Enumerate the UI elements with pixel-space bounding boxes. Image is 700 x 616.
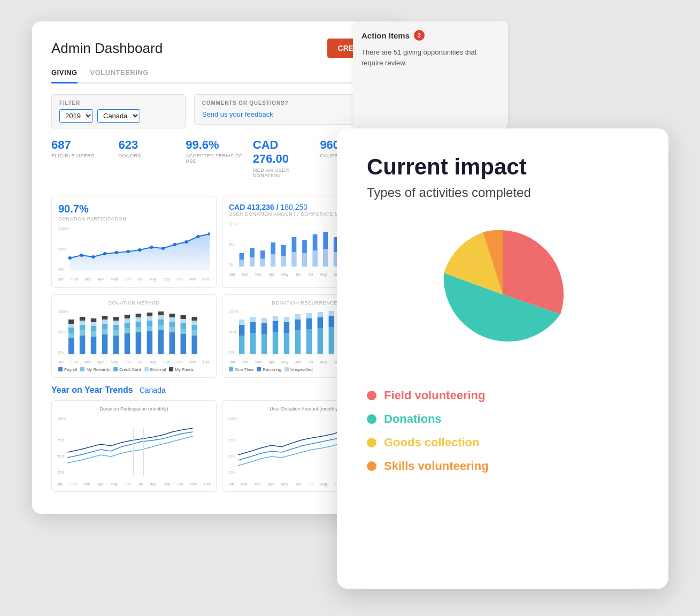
legend-circle-skills bbox=[367, 461, 376, 471]
svg-rect-34 bbox=[260, 258, 265, 267]
legend-unspecified: Unspecified bbox=[284, 367, 313, 372]
method-stacked-bar: 100% 50% 0% bbox=[58, 309, 210, 357]
svg-text:50%: 50% bbox=[58, 330, 66, 334]
svg-rect-86 bbox=[147, 316, 152, 321]
action-items-title: Action Items bbox=[361, 31, 410, 40]
svg-rect-54 bbox=[80, 330, 85, 336]
svg-rect-71 bbox=[113, 321, 119, 325]
svg-rect-121 bbox=[273, 321, 278, 332]
yoy-month-labels-1: JanFebMarAprMayJunJulAugSepOctNovDec bbox=[57, 482, 211, 486]
svg-rect-60 bbox=[91, 326, 96, 331]
svg-text:25%: 25% bbox=[228, 470, 235, 474]
legend-recurring: Recurring bbox=[257, 367, 281, 372]
svg-text:100k: 100k bbox=[229, 222, 238, 226]
svg-rect-120 bbox=[273, 332, 278, 354]
svg-text:75%: 75% bbox=[57, 438, 64, 442]
filter-section: FILTER 2019 2018 2020 Canada USA UK bbox=[51, 94, 186, 128]
svg-text:100%: 100% bbox=[57, 417, 66, 421]
filter-controls: 2019 2018 2020 Canada USA UK bbox=[59, 109, 178, 123]
stat-label-eligible: ELIGIBLE USERS bbox=[51, 153, 112, 158]
svg-rect-38 bbox=[302, 253, 307, 267]
svg-text:100%: 100% bbox=[228, 417, 237, 421]
svg-text:0%: 0% bbox=[58, 351, 64, 355]
legend-label-goods: Goods collection bbox=[384, 436, 479, 450]
svg-rect-113 bbox=[239, 320, 244, 325]
feedback-link[interactable]: Send us your feedback bbox=[202, 110, 273, 118]
svg-rect-76 bbox=[125, 318, 130, 323]
year-select[interactable]: 2019 2018 2020 bbox=[59, 109, 93, 123]
svg-rect-81 bbox=[136, 317, 141, 322]
stat-eligible-users: 687 ELIGIBLE USERS bbox=[51, 138, 119, 178]
svg-rect-32 bbox=[240, 260, 244, 267]
legend-circle-field bbox=[367, 391, 376, 400]
svg-rect-88 bbox=[158, 330, 164, 354]
yoy-chart-1: Donation Participation (monthly) 100% 75… bbox=[51, 400, 217, 492]
yoy-country: Canada bbox=[140, 386, 166, 394]
svg-rect-62 bbox=[91, 318, 96, 322]
action-items-badge: 2 bbox=[414, 30, 425, 41]
svg-point-7 bbox=[115, 251, 119, 254]
pie-chart bbox=[428, 219, 578, 369]
svg-rect-104 bbox=[191, 330, 197, 336]
svg-rect-132 bbox=[318, 328, 323, 354]
month-labels-1: JanFebMarAprMayJunJulAugSepOctNovDec bbox=[58, 277, 210, 281]
svg-rect-83 bbox=[147, 331, 152, 354]
legend-creditcard: Credit Card bbox=[113, 367, 141, 372]
svg-rect-97 bbox=[170, 314, 175, 317]
svg-rect-94 bbox=[170, 327, 175, 332]
svg-rect-107 bbox=[191, 317, 197, 321]
method-month-labels: JanFebMarAprMayJunJulAugSepOctNovDec bbox=[58, 360, 210, 364]
svg-text:100%: 100% bbox=[58, 226, 69, 231]
svg-text:100%: 100% bbox=[229, 310, 239, 314]
svg-rect-39 bbox=[313, 250, 318, 267]
svg-rect-134 bbox=[318, 312, 323, 317]
svg-rect-98 bbox=[180, 334, 186, 354]
svg-rect-116 bbox=[250, 317, 256, 322]
svg-rect-92 bbox=[158, 311, 164, 315]
stat-label-median: MEDIAN USER DONATION bbox=[253, 168, 314, 178]
svg-rect-59 bbox=[91, 331, 96, 337]
svg-text:50%: 50% bbox=[228, 454, 235, 458]
svg-point-9 bbox=[138, 248, 142, 252]
legend-circle-donations bbox=[367, 414, 376, 424]
svg-rect-75 bbox=[125, 323, 130, 328]
svg-rect-112 bbox=[239, 325, 244, 336]
dashboard-title: Admin Dashboard bbox=[51, 40, 163, 57]
svg-rect-57 bbox=[80, 317, 85, 321]
country-select[interactable]: Canada USA UK bbox=[97, 109, 140, 123]
svg-point-6 bbox=[103, 252, 107, 255]
svg-rect-56 bbox=[80, 321, 85, 325]
stat-value-donors: 623 bbox=[119, 138, 180, 152]
donation-participation-chart: 90.7% DONATION PARTICIPATION 100% 50% 0% bbox=[51, 196, 217, 288]
svg-rect-100 bbox=[180, 323, 186, 329]
svg-rect-72 bbox=[113, 317, 119, 321]
legend-myrewards: My Rewards bbox=[80, 367, 110, 372]
svg-rect-51 bbox=[68, 324, 74, 328]
legend-skills-volunteering: Skills volunteering bbox=[367, 459, 639, 473]
svg-rect-61 bbox=[91, 322, 96, 326]
svg-rect-52 bbox=[68, 320, 74, 324]
svg-rect-106 bbox=[191, 321, 197, 325]
donation-participation-label: DONATION PARTICIPATION bbox=[58, 216, 210, 222]
svg-rect-73 bbox=[125, 333, 130, 354]
svg-rect-77 bbox=[125, 315, 130, 318]
stat-terms: 99.6% ACCEPTED TERMS OF USE bbox=[186, 138, 253, 178]
svg-rect-129 bbox=[306, 329, 312, 354]
method-legend: Payroll My Rewards Credit Card External … bbox=[58, 367, 210, 372]
tab-volunteering[interactable]: VOLUNTEERING bbox=[90, 69, 149, 82]
svg-rect-135 bbox=[329, 327, 334, 354]
svg-rect-119 bbox=[261, 318, 267, 323]
svg-rect-136 bbox=[329, 316, 334, 327]
svg-rect-87 bbox=[147, 313, 152, 316]
svg-rect-99 bbox=[180, 329, 186, 334]
svg-rect-35 bbox=[271, 254, 275, 267]
svg-rect-65 bbox=[102, 324, 107, 329]
legend-myfunds: My Funds bbox=[169, 367, 194, 372]
svg-rect-152 bbox=[143, 428, 144, 476]
svg-text:75%: 75% bbox=[228, 438, 235, 442]
svg-rect-125 bbox=[284, 317, 289, 322]
tab-giving[interactable]: GIVING bbox=[51, 69, 78, 83]
svg-rect-91 bbox=[158, 315, 164, 320]
svg-rect-105 bbox=[191, 325, 197, 330]
svg-rect-96 bbox=[170, 317, 175, 322]
